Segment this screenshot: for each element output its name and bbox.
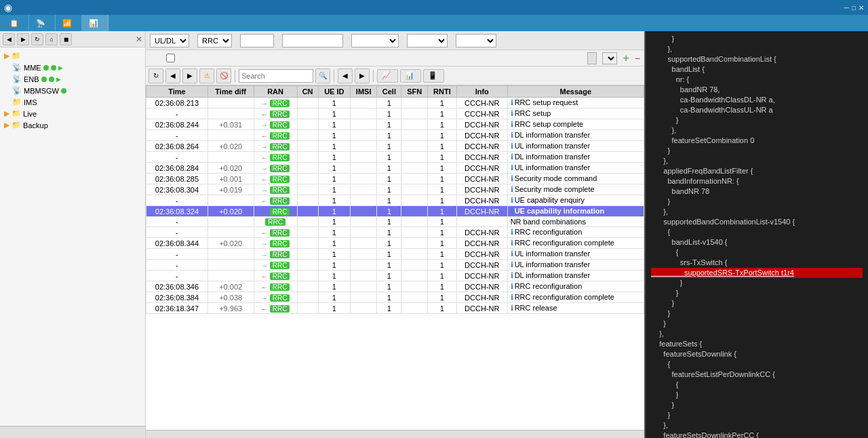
clear-select[interactable] xyxy=(602,52,617,64)
code-line: ca-BandwidthClassUL-NR a xyxy=(651,105,863,115)
cell-cn xyxy=(297,108,318,119)
arrow-right-icon: → xyxy=(261,121,268,129)
cellid-select[interactable] xyxy=(351,34,399,47)
maximize-btn[interactable]: □ xyxy=(852,4,856,12)
ueid-input[interactable] xyxy=(240,34,274,47)
code-line: } xyxy=(651,288,863,298)
bottom-scrollbar[interactable] xyxy=(146,430,644,438)
table-row[interactable]: 02:36:08.285 +0.001 ← RRC 1 1 1 DCCH-NR … xyxy=(146,174,644,184)
info-icon: ℹ xyxy=(511,250,513,258)
cell-sfn xyxy=(401,227,427,238)
warning-btn[interactable]: ⚠ xyxy=(199,68,214,83)
cell-rnti: 1 xyxy=(427,303,456,314)
table-row[interactable]: - ← RRC 1 1 1 DCCH-NR ℹUE capability enq… xyxy=(146,195,644,206)
cell-cn xyxy=(297,227,318,238)
table-row[interactable]: 02:36:08.304 +0.019 → RRC 1 1 1 DCCH-NR … xyxy=(146,184,644,195)
table-row[interactable]: - ← RRC 1 1 1 DCCH-NR ℹDL information tr… xyxy=(146,130,644,141)
info-icon: ℹ xyxy=(511,109,513,117)
sidebar-home-btn[interactable]: ⌂ xyxy=(45,33,58,45)
nav-prev-btn[interactable]: ◀ xyxy=(338,68,353,83)
cell-sfn xyxy=(401,249,427,260)
tab-mme[interactable]: 📶 xyxy=(56,15,82,31)
cell-cell: 1 xyxy=(377,260,401,271)
table-row[interactable]: 02:36:18.347 +9.963 ← RRC 1 1 1 DCCH-NR … xyxy=(146,303,644,314)
cell-msg: ℹSecurity mode command xyxy=(507,174,644,184)
tab-enb[interactable]: 📡 xyxy=(29,15,56,31)
sidebar-close-btn[interactable]: ✕ xyxy=(136,35,142,44)
cell-imsi xyxy=(351,249,377,260)
cell-msg: ℹDL information transfer xyxy=(507,152,644,163)
add-button[interactable]: + xyxy=(623,52,629,64)
cell-time: - xyxy=(146,260,208,271)
cell-timediff: +9.963 xyxy=(208,303,254,314)
folder-icon: ▶ 📁 xyxy=(4,52,21,60)
arrow-left-icon: ← xyxy=(261,154,268,161)
direction-select[interactable]: UL/DL UL DL xyxy=(150,34,189,47)
sidebar-item-backup[interactable]: ▶ 📁 Backup xyxy=(3,119,142,131)
group-ue-checkbox[interactable] xyxy=(166,54,175,62)
table-row[interactable]: 02:36:08.384 +0.038 → RRC 1 1 1 DCCH-NR … xyxy=(146,292,644,303)
imsi-input[interactable] xyxy=(282,34,343,47)
cell-cell: 1 xyxy=(377,130,401,141)
info-icon: ℹ xyxy=(511,131,513,139)
prev-btn[interactable]: ◀ xyxy=(165,68,180,83)
info-select[interactable] xyxy=(407,34,448,47)
sidebar-item-enb[interactable]: 📡 ENB ▶ xyxy=(3,73,142,85)
cell-ran: → RRC xyxy=(254,184,297,195)
cell-cell: 1 xyxy=(377,281,401,292)
cell-rnti: 1 xyxy=(427,130,456,141)
sidebar-back-btn[interactable]: ◀ xyxy=(3,33,15,45)
tab-stats[interactable]: 📊 xyxy=(82,15,108,31)
tab-logs[interactable]: 📋 xyxy=(3,15,29,31)
sidebar-item-root[interactable]: ▶ 📁 xyxy=(3,50,142,62)
rb-button[interactable]: 📊 xyxy=(400,69,421,83)
cell-msg: ℹRRC release xyxy=(507,303,644,314)
table-row[interactable]: - → RRC 1 1 1 DCCH-NR ℹUL information tr… xyxy=(146,249,644,260)
clear-button[interactable] xyxy=(587,52,597,64)
code-line: } xyxy=(651,197,863,207)
cell-imsi xyxy=(351,271,377,281)
level-select[interactable] xyxy=(456,34,496,47)
sidebar-item-live[interactable]: ▶ 📁 Live xyxy=(3,108,142,119)
table-row[interactable]: - RRC 1 1 1 NR band combinations xyxy=(146,217,644,227)
table-row[interactable]: 02:36:08.264 +0.020 → RRC 1 1 1 DCCH-NR … xyxy=(146,141,644,152)
table-row[interactable]: 02:36:08.213 → RRC 1 1 1 CCCH-NR ℹRRC se… xyxy=(146,98,644,108)
cell-sfn xyxy=(401,206,427,217)
cell-time: - xyxy=(146,249,208,260)
table-row[interactable]: 02:36:08.284 +0.020 → RRC 1 1 1 DCCH-NR … xyxy=(146,163,644,174)
refresh-btn[interactable]: ↻ xyxy=(149,68,163,83)
table-row[interactable]: - ← RRC 1 1 1 DCCH-NR ℹDL information tr… xyxy=(146,271,644,281)
table-row[interactable]: - ← RRC 1 1 1 DCCH-NR ℹDL information tr… xyxy=(146,152,644,163)
ue-caps-button[interactable]: 📱 xyxy=(423,69,444,83)
error-btn[interactable]: 🚫 xyxy=(216,68,231,83)
sidebar-item-mbmsgw[interactable]: 📡 MBMSGW xyxy=(3,85,142,96)
table-row[interactable]: 02:36:08.346 +0.002 ← RRC 1 1 1 DCCH-NR … xyxy=(146,281,644,292)
next-btn[interactable]: ▶ xyxy=(182,68,197,83)
sidebar-forward-btn[interactable]: ▶ xyxy=(17,33,29,45)
arrow-right-icon: → xyxy=(261,262,268,269)
cell-time: 02:36:08.344 xyxy=(146,238,208,249)
sidebar-bottom-scrollbar[interactable] xyxy=(0,426,145,438)
remove-button[interactable]: − xyxy=(635,53,640,64)
layer-select[interactable]: RRC NAS MAC xyxy=(197,34,232,47)
table-row[interactable]: - → RRC 1 1 1 DCCH-NR ℹUL information tr… xyxy=(146,260,644,271)
sidebar-item-mme[interactable]: 📡 MME ▶ xyxy=(3,62,142,73)
table-row[interactable]: 02:36:08.344 +0.020 → RRC 1 1 1 DCCH-NR … xyxy=(146,238,644,249)
table-row[interactable]: - ← RRC 1 1 1 CCCH-NR ℹRRC setup xyxy=(146,108,644,119)
search-icon-btn[interactable]: 🔍 xyxy=(315,68,330,83)
sidebar-stop-btn[interactable]: ◼ xyxy=(60,33,72,45)
code-panel: } }, supportedBandCombinationList { band… xyxy=(644,31,868,438)
minimize-btn[interactable]: ─ xyxy=(844,4,849,12)
close-btn[interactable]: ✕ xyxy=(859,4,864,12)
message-table-container[interactable]: Time Time diff RAN CN UE ID IMSI Cell SF… xyxy=(146,85,644,430)
sidebar-refresh-btn[interactable]: ↻ xyxy=(31,33,43,45)
analytics-button[interactable]: 📈 xyxy=(377,69,398,83)
cell-rnti: 1 xyxy=(427,119,456,130)
table-row[interactable]: 02:36:08.324 +0.020 → RRC 1 1 1 DCCH-NR … xyxy=(146,206,644,217)
cell-cell: 1 xyxy=(377,206,401,217)
sidebar-item-ims[interactable]: 📁 IMS xyxy=(3,96,142,108)
table-row[interactable]: 02:36:08.244 +0.031 → RRC 1 1 1 DCCH-NR … xyxy=(146,119,644,130)
search-input[interactable] xyxy=(239,69,313,83)
table-row[interactable]: - ← RRC 1 1 1 DCCH-NR ℹRRC reconfigurati… xyxy=(146,227,644,238)
nav-next-btn[interactable]: ▶ xyxy=(355,68,370,83)
